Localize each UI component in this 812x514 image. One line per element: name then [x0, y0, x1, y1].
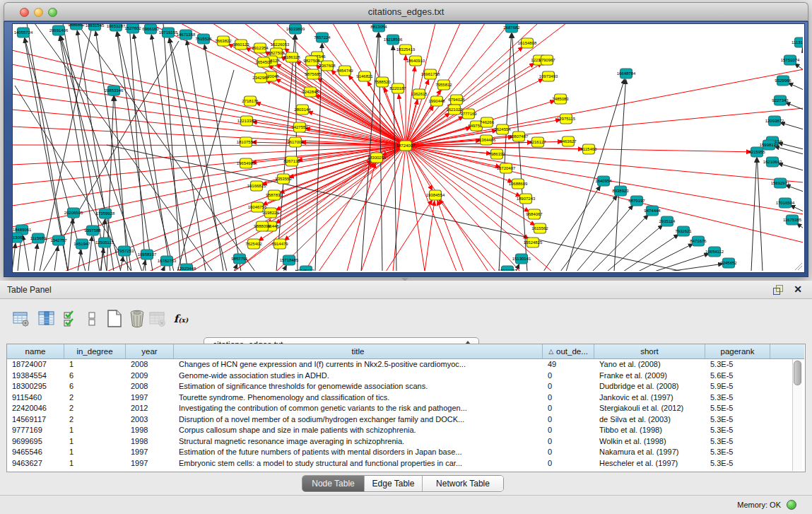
column-header-title[interactable]: title	[174, 344, 543, 358]
graph-node[interactable]: 16210643	[763, 157, 782, 167]
graph-node[interactable]: 9474444	[644, 206, 661, 216]
graph-node[interactable]: 5875685	[305, 69, 322, 79]
graph-node[interactable]: 10653287	[107, 24, 126, 31]
table-cell[interactable]: Disruption of a novel member of a sodium…	[174, 414, 543, 426]
graph-node[interactable]: 18325419	[396, 45, 416, 54]
graph-node[interactable]: 7485083	[552, 94, 569, 104]
graph-node[interactable]: 15524825	[524, 238, 543, 247]
table-cell[interactable]: 0	[543, 370, 594, 382]
table-cell[interactable]: 2	[64, 392, 126, 404]
graph-node[interactable]: 11131727	[792, 37, 803, 47]
graph-node[interactable]: 15718485	[280, 255, 299, 265]
graph-node[interactable]: 1527602	[124, 24, 141, 33]
table-row[interactable]: 977716911998Corpus callosum shape and si…	[7, 425, 770, 436]
table-cell[interactable]: 19384554	[7, 370, 64, 382]
table-cell[interactable]: 9699695	[7, 436, 64, 448]
table-cell[interactable]: Estimation of the future numbers of pati…	[174, 447, 543, 458]
graph-node[interactable]: 9790967	[539, 55, 555, 65]
graph-node[interactable]: 9857791	[231, 254, 248, 264]
table-cell[interactable]: 0	[543, 436, 594, 448]
graph-node[interactable]: 1615562	[531, 223, 548, 233]
table-cell[interactable]: 1	[64, 359, 126, 370]
graph-node[interactable]: 9587831	[266, 190, 283, 200]
network-window-titlebar[interactable]: citations_edges.txt	[4, 2, 808, 21]
graph-node[interactable]: 7625402	[245, 239, 262, 249]
graph-node[interactable]: 19384554	[426, 190, 445, 200]
network-canvas[interactable]: 1522605318275034338127232004681863289807…	[12, 23, 805, 273]
table-cell[interactable]: 9777169	[7, 425, 64, 436]
table-cell[interactable]: 2008	[126, 381, 174, 392]
table-cell[interactable]: 9465546	[7, 447, 64, 458]
graph-node[interactable]: 11675385	[783, 215, 802, 225]
graph-node[interactable]: 8186328	[283, 52, 300, 62]
tab-node-table[interactable]: Node Table	[302, 476, 365, 491]
table-cell[interactable]: Nakamura et al. (1997)	[594, 447, 705, 458]
graph-node[interactable]: 1640954	[595, 176, 612, 186]
graph-node[interactable]: 20206505	[64, 208, 83, 218]
table-cell[interactable]: 49	[543, 359, 594, 370]
network-graph-svg[interactable]: 1522605318275034338127232004681863289807…	[13, 24, 803, 271]
table-cell[interactable]: Estimation of significance thresholds fo…	[174, 381, 543, 392]
graph-node[interactable]: 16782753	[158, 256, 177, 266]
table-settings-icon[interactable]	[11, 308, 31, 330]
graph-node[interactable]: 1342757	[50, 235, 67, 245]
graph-node[interactable]: 18640910	[406, 56, 425, 66]
graph-node[interactable]: 8471676	[690, 236, 707, 246]
graph-node[interactable]: 10931545	[86, 24, 105, 30]
table-cell[interactable]: 5.3E-5	[705, 414, 770, 426]
table-cell[interactable]: Dudbridge et al. (2008)	[594, 381, 705, 392]
graph-node[interactable]: 6966160	[142, 24, 159, 34]
graph-node[interactable]: 9888099	[254, 221, 271, 231]
table-cell[interactable]: Hescheler et al. (1997)	[594, 458, 705, 469]
column-header-in_degree[interactable]: in_degree	[64, 344, 126, 358]
column-header-pagerank[interactable]: pagerank	[705, 344, 770, 358]
table-row[interactable]: 969969511998Structural magnetic resonanc…	[7, 436, 770, 448]
graph-node[interactable]: 12975115	[557, 114, 576, 124]
table-cell[interactable]: Structural magnetic resonance image aver…	[174, 436, 543, 448]
table-cell[interactable]: 5.3E-5	[705, 458, 770, 469]
graph-node[interactable]: 8454749	[336, 66, 353, 76]
table-cell[interactable]: 2	[64, 403, 126, 414]
table-cell[interactable]: 2008	[126, 359, 174, 370]
graph-node[interactable]: 6914479	[271, 239, 288, 249]
graph-node[interactable]: 9397588	[84, 226, 101, 235]
graph-node[interactable]: 10322793	[498, 266, 517, 271]
table-cell[interactable]: Embryonic stem cells: a model to study s…	[174, 458, 543, 469]
graph-node[interactable]: 9827508	[303, 56, 320, 66]
graph-node[interactable]: 7857224	[314, 33, 331, 42]
graph-node[interactable]: 7986332	[488, 149, 505, 159]
table-cell[interactable]: 22420046	[7, 403, 64, 414]
table-cell[interactable]: 1	[64, 458, 126, 469]
table-cell[interactable]: 5.3E-5	[705, 447, 770, 458]
graph-node[interactable]: 9146821	[356, 71, 373, 81]
graph-node[interactable]: 16648784	[617, 69, 636, 78]
graph-node[interactable]: 9329966	[775, 76, 792, 86]
table-cell[interactable]: 1998	[126, 436, 174, 448]
new-table-icon[interactable]	[105, 308, 124, 330]
float-panel-icon[interactable]	[773, 285, 782, 294]
graph-node[interactable]: 1451947	[73, 239, 90, 249]
graph-node[interactable]: 12923448	[177, 264, 196, 271]
table-cell[interactable]: 2009	[126, 370, 174, 382]
graph-node[interactable]: 2935114	[659, 216, 676, 226]
graph-node[interactable]: 17957253	[115, 246, 134, 256]
graph-node[interactable]: 10807487	[510, 132, 529, 141]
graph-node[interactable]: 17359928	[96, 209, 115, 218]
table-cell[interactable]: 5.5E-5	[705, 403, 770, 414]
table-cell[interactable]: Genome-wide association studies in ADHD.	[174, 370, 543, 382]
table-row[interactable]: 2242004622012Investigating the contribut…	[7, 403, 770, 414]
graph-node[interactable]: 9115460	[581, 144, 598, 154]
table-cell[interactable]: Stergiakouli et al. (2012)	[594, 403, 705, 414]
table-cell[interactable]: 6	[64, 381, 126, 392]
table-row[interactable]: 1456911722003Disruption of a novel membe…	[7, 414, 770, 426]
graph-node[interactable]: 2803144	[294, 105, 311, 115]
tab-edge-table[interactable]: Edge Table	[365, 476, 423, 491]
graph-node[interactable]: 8267130	[283, 156, 300, 166]
table-row[interactable]: 946362711997Embryonic stem cells: a mode…	[7, 458, 770, 469]
import-table-icon[interactable]	[148, 308, 167, 330]
graph-node[interactable]: 7955812	[435, 80, 452, 90]
close-panel-icon[interactable]: ✕	[794, 284, 802, 295]
table-row[interactable]: 946554611997Estimation of the future num…	[7, 447, 770, 458]
graph-node[interactable]: 18907243	[517, 194, 536, 204]
table-cell[interactable]: 5.3E-5	[705, 436, 770, 448]
